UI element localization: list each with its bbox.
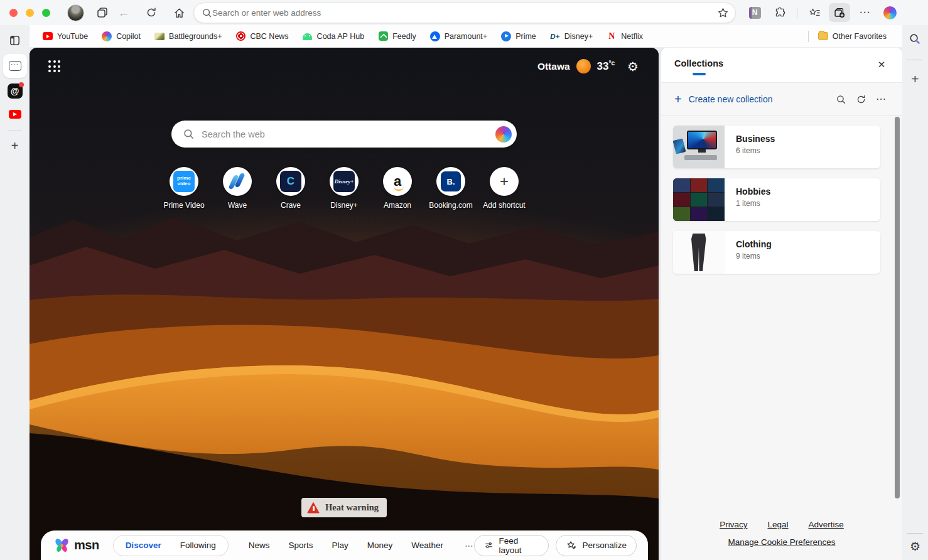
more-icon: ⋯ xyxy=(465,541,474,551)
maximize-window-button[interactable] xyxy=(42,9,50,17)
feed-layout-button[interactable]: Feed layout xyxy=(474,535,549,556)
msn-logo[interactable]: msn xyxy=(53,537,99,554)
page-settings-button[interactable]: ⚙ xyxy=(627,60,639,73)
link-weather[interactable]: Weather xyxy=(411,541,443,550)
legal-link[interactable]: Legal xyxy=(767,520,788,529)
favorite-disney[interactable]: D+Disney+ xyxy=(543,28,600,45)
back-button[interactable]: ← xyxy=(113,3,134,22)
address-bar[interactable] xyxy=(193,3,736,23)
favorite-cbc-news[interactable]: CBC News xyxy=(229,28,295,45)
create-collection-row: + Create new collection ⋯ xyxy=(661,82,902,116)
battlegrounds-icon xyxy=(154,33,165,40)
panel-scrollbar[interactable] xyxy=(895,117,900,498)
refresh-button[interactable] xyxy=(141,3,162,22)
search-collections-button[interactable] xyxy=(836,94,846,105)
youtube-icon xyxy=(43,32,53,40)
manage-cookie-preferences-link[interactable]: Manage Cookie Preferences xyxy=(661,537,902,547)
address-input[interactable] xyxy=(212,8,717,18)
collections-more-button[interactable]: ⋯ xyxy=(876,97,886,102)
sidebar-add-button[interactable]: + xyxy=(902,72,928,87)
apps-grid-button[interactable] xyxy=(48,60,63,75)
onenote-icon: N xyxy=(749,7,761,19)
sidebar-search-button[interactable] xyxy=(909,33,921,48)
add-shortcut-button[interactable]: + Add shortcut xyxy=(478,167,531,210)
shortcut-wave[interactable]: Wave xyxy=(211,167,264,210)
collection-name: Clothing xyxy=(736,239,772,249)
tab-youtube[interactable] xyxy=(6,105,24,124)
shortcuts-row: prime video Prime Video Wave C Crave Dis… xyxy=(30,167,659,210)
more-menu-button[interactable]: ⋯ xyxy=(854,3,875,22)
collection-count: 6 items xyxy=(736,146,775,155)
close-window-button[interactable] xyxy=(9,9,18,17)
collection-card-hobbies[interactable]: Hobbies 1 items xyxy=(673,178,880,221)
tab-threads[interactable]: @ xyxy=(6,82,24,100)
favorite-coda-ap-hub[interactable]: Coda AP Hub xyxy=(296,28,372,45)
favorite-prime[interactable]: Prime xyxy=(494,28,543,45)
sidebar-settings-button[interactable]: ⚙ xyxy=(902,539,928,554)
collection-card-business[interactable]: Business 6 items xyxy=(673,126,880,168)
create-new-collection-button[interactable]: Create new collection xyxy=(689,94,773,104)
shortcut-label: Booking.com xyxy=(429,201,472,210)
collection-count: 9 items xyxy=(736,252,772,261)
tab-new-tab-active[interactable]: ··· xyxy=(3,54,27,78)
link-money[interactable]: Money xyxy=(367,541,393,550)
tab-panel-toggle[interactable] xyxy=(6,31,24,50)
advertise-link[interactable]: Advertise xyxy=(809,520,844,529)
shortcut-prime-video[interactable]: prime video Prime Video xyxy=(158,167,211,210)
link-sports[interactable]: Sports xyxy=(288,541,313,550)
personalize-button[interactable]: Personalize xyxy=(556,535,637,556)
msn-more-button[interactable]: ⋯ xyxy=(465,541,474,551)
favorites-button[interactable] xyxy=(804,3,825,22)
collection-thumbnail xyxy=(673,126,725,168)
weather-unit: °c xyxy=(609,60,615,67)
shortcut-crave[interactable]: C Crave xyxy=(264,167,318,210)
copilot-button[interactable] xyxy=(879,3,900,22)
web-search-input[interactable] xyxy=(202,129,495,139)
favorite-netflix[interactable]: NNetflix xyxy=(600,28,650,45)
msn-links: News Sports Play Money Weather xyxy=(249,541,443,550)
shortcut-label: Add shortcut xyxy=(483,201,525,210)
search-icon xyxy=(183,128,195,140)
favorite-paramount[interactable]: Paramount+ xyxy=(423,28,494,45)
shortcut-booking[interactable]: B. Booking.com xyxy=(424,167,478,210)
home-button[interactable] xyxy=(168,3,190,22)
heat-warning-badge[interactable]: Heat warning xyxy=(301,498,387,517)
disney-plus-icon: D+ xyxy=(550,31,560,41)
onenote-extension-button[interactable]: N xyxy=(744,3,765,22)
link-play[interactable]: Play xyxy=(332,541,348,550)
favorite-youtube[interactable]: YouTube xyxy=(36,28,95,45)
link-news[interactable]: News xyxy=(249,541,270,550)
workspaces-icon[interactable] xyxy=(92,3,113,22)
favorite-feedly[interactable]: Feedly xyxy=(371,28,423,45)
feed-layout-label: Feed layout xyxy=(499,536,539,555)
privacy-link[interactable]: Privacy xyxy=(720,520,747,529)
sync-collections-button[interactable] xyxy=(856,94,866,105)
favorite-star-icon[interactable] xyxy=(717,7,729,19)
shortcut-amazon[interactable]: a Amazon xyxy=(371,167,424,210)
personalize-star-icon xyxy=(566,540,577,551)
new-tab-button[interactable]: + xyxy=(6,136,24,155)
extensions-button[interactable] xyxy=(769,3,790,22)
feed-tabs: Discover Following xyxy=(113,535,229,556)
tab-following[interactable]: Following xyxy=(171,535,225,556)
collection-card-clothing[interactable]: Clothing 9 items xyxy=(673,231,880,274)
favorite-battlegrounds[interactable]: Battlegrounds+ xyxy=(148,28,229,45)
toolbar-right: N ⋯ xyxy=(744,2,900,23)
rail-divider xyxy=(907,533,923,534)
msn-nav-bar: msn Discover Following News Sports Play … xyxy=(41,530,648,560)
favorite-copilot[interactable]: Copilot xyxy=(95,28,148,45)
close-panel-button[interactable]: ✕ xyxy=(875,58,888,72)
weather-widget[interactable]: Ottawa 33°c ⚙ xyxy=(537,59,639,73)
web-search-bar[interactable] xyxy=(171,121,517,148)
favorite-label: Feedly xyxy=(392,32,416,41)
favorites-divider xyxy=(808,31,809,42)
collections-button[interactable] xyxy=(829,3,850,22)
copilot-search-button[interactable] xyxy=(495,126,512,143)
other-favorites-button[interactable]: Other Favorites xyxy=(811,28,893,45)
tab-discover[interactable]: Discover xyxy=(116,535,171,556)
shortcut-disney-plus[interactable]: Disney+ Disney+ xyxy=(318,167,371,210)
gear-icon: ⚙ xyxy=(910,540,920,553)
favorite-label: Netflix xyxy=(621,32,643,41)
minimize-window-button[interactable] xyxy=(26,9,34,17)
profile-avatar[interactable] xyxy=(67,4,84,21)
